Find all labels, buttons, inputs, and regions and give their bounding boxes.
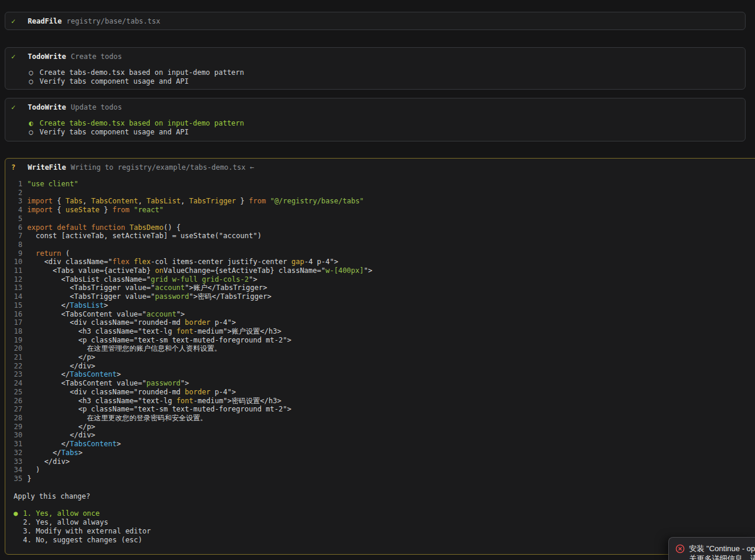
line-number: 24: [10, 379, 22, 388]
code-text: <Tabs value={activeTab} onValueChange={s…: [27, 266, 372, 275]
code-text: </TabsList>: [27, 301, 108, 310]
line-number: 14: [10, 292, 22, 301]
tool-call-todowrite-create-panel: ✓TodoWriteCreate todos ○Create tabs-demo…: [5, 47, 746, 90]
line-number: 19: [10, 336, 22, 345]
line-number: 10: [10, 258, 22, 266]
line-number: 21: [10, 353, 22, 362]
line-number: 34: [10, 466, 22, 475]
todo-item: ○Create tabs-demo.tsx based on input-dem…: [29, 68, 745, 77]
todo-text: Create tabs-demo.tsx based on input-demo…: [40, 119, 244, 128]
code-text: }: [27, 475, 31, 483]
code-line: 22 </div>: [10, 362, 755, 371]
todo-list: ◐Create tabs-demo.tsx based on input-dem…: [29, 119, 745, 137]
line-number: 12: [10, 275, 22, 284]
code-text: import { Tabs, TabsContent, TabsList, Ta…: [27, 197, 364, 206]
code-line: 23 </TabsContent>: [10, 370, 755, 379]
option-bullet-placeholder: [14, 536, 23, 545]
code-text: ): [27, 466, 40, 475]
code-text: <div className="rounded-md border p-4">: [27, 318, 236, 327]
line-number: 9: [10, 249, 22, 258]
permission-option[interactable]: 2. Yes, allow always: [14, 518, 755, 527]
tool-name: ReadFile: [28, 17, 62, 26]
error-notification-toast[interactable]: 安装 "Continue - op 关更多详细信息，请: [668, 537, 755, 560]
code-line: 16 <TabsContent value="account">: [10, 310, 755, 319]
code-line: 14 <TabsTrigger value="password">密码</Tab…: [10, 292, 755, 301]
code-line: 2: [10, 189, 755, 197]
code-line: 19 <p className="text-sm text-muted-fore…: [10, 336, 755, 345]
code-line: 10 <div className="flex flex-col items-c…: [10, 258, 755, 266]
line-number: 8: [10, 241, 22, 249]
code-line: 6export default function TabsDemo() {: [10, 223, 755, 232]
code-text: <p className="text-sm text-muted-foregro…: [27, 336, 291, 345]
code-line: 3import { Tabs, TabsContent, TabsList, T…: [10, 197, 755, 206]
line-number: 3: [10, 197, 22, 206]
code-text: </Tabs>: [27, 449, 83, 457]
line-number: 20: [10, 344, 22, 353]
line-number: 1: [10, 180, 22, 189]
line-number: 32: [10, 449, 22, 457]
code-line: 9 return (: [10, 249, 755, 258]
code-line: 17 <div className="rounded-md border p-4…: [10, 318, 755, 327]
code-text: <TabsTrigger value="password">密码</TabsTr…: [27, 292, 271, 301]
code-line: 8: [10, 241, 755, 249]
code-text: <p className="text-sm text-muted-foregro…: [27, 405, 291, 414]
tool-call-header: ✓TodoWriteCreate todos: [5, 48, 745, 61]
code-text: </div>: [27, 362, 96, 371]
permission-option[interactable]: 3. Modify with external editor: [14, 527, 755, 536]
error-circle-x-icon: [675, 544, 685, 554]
todo-pending-icon: ○: [29, 128, 40, 137]
code-text: 在这里管理您的账户信息和个人资料设置。: [27, 344, 221, 353]
line-number: 17: [10, 318, 22, 327]
permission-options-menu: ●1. Yes, allow once 2. Yes, allow always…: [14, 509, 755, 544]
line-number: 4: [10, 206, 22, 215]
code-text: </p>: [27, 423, 96, 431]
code-diff-view: 1"use client"23import { Tabs, TabsConten…: [5, 180, 755, 483]
option-label: 4. No, suggest changes (esc): [23, 536, 142, 545]
code-text: import { useState } from "react": [27, 206, 163, 215]
code-line: 5: [10, 215, 755, 223]
code-line: 29 </p>: [10, 423, 755, 431]
permission-option[interactable]: 4. No, suggest changes (esc): [14, 536, 755, 545]
tool-call-header: ?WriteFileWriting to registry/example/ta…: [5, 159, 755, 172]
tool-call-writefile-panel: ?WriteFileWriting to registry/example/ta…: [5, 158, 755, 555]
code-line: 28 在这里更改您的登录密码和安全设置。: [10, 414, 755, 423]
code-text: "use client": [27, 180, 78, 189]
notification-line1: 安装 "Continue - op: [689, 543, 755, 554]
code-line: 21 </p>: [10, 353, 755, 362]
code-line: 32 </Tabs>: [10, 449, 755, 457]
option-label: 3. Modify with external editor: [23, 527, 151, 536]
selected-option-bullet-icon: ●: [14, 509, 23, 518]
permission-option[interactable]: ●1. Yes, allow once: [14, 509, 755, 518]
tool-name: TodoWrite: [28, 52, 66, 61]
code-line: 4import { useState } from "react": [10, 206, 755, 215]
line-number: 26: [10, 397, 22, 406]
code-text: <TabsList className="grid w-full grid-co…: [27, 275, 257, 284]
success-check-icon: ✓: [11, 17, 28, 26]
line-number: 27: [10, 405, 22, 414]
code-text: <div className="flex flex-col items-cent…: [27, 258, 338, 266]
pending-question-icon: ?: [11, 163, 28, 172]
line-number: 33: [10, 457, 22, 466]
apply-change-prompt: Apply this change?: [14, 492, 755, 501]
line-number: 31: [10, 440, 22, 449]
todo-item: ○Verify tabs component usage and API: [29, 128, 745, 137]
tool-summary: registry/base/tabs.tsx: [67, 17, 160, 26]
line-number: 23: [10, 370, 22, 379]
line-number: 13: [10, 284, 22, 292]
tool-call-header: ✓TodoWriteUpdate todos: [5, 98, 745, 112]
line-number: 16: [10, 310, 22, 319]
tool-call-todowrite-update-panel: ✓TodoWriteUpdate todos ◐Create tabs-demo…: [5, 98, 746, 141]
option-label: 1. Yes, allow once: [23, 509, 100, 518]
code-line: 26 <h3 className="text-lg font-medium">密…: [10, 397, 755, 406]
code-text: export default function TabsDemo() {: [27, 223, 180, 232]
success-check-icon: ✓: [11, 52, 28, 61]
todo-text: Create tabs-demo.tsx based on input-demo…: [40, 68, 244, 77]
notification-text: 安装 "Continue - op 关更多详细信息，请: [689, 543, 755, 560]
option-bullet-placeholder: [14, 527, 23, 536]
code-line: 12 <TabsList className="grid w-full grid…: [10, 275, 755, 284]
code-text: const [activeTab, setActiveTab] = useSta…: [27, 232, 261, 241]
code-line: 7 const [activeTab, setActiveTab] = useS…: [10, 232, 755, 241]
tool-summary: Create todos: [71, 52, 122, 61]
todo-pending-icon: ○: [29, 77, 40, 86]
code-line: 1"use client": [10, 180, 755, 189]
